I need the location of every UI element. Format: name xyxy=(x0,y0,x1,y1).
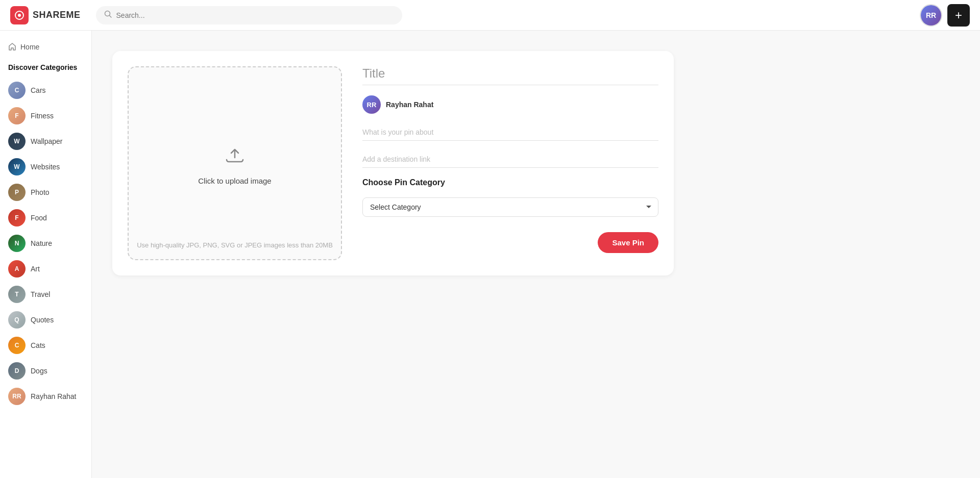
create-pin-card: Click to upload image Use high-quality J… xyxy=(112,51,674,275)
category-avatar-websites: W xyxy=(8,158,26,175)
category-avatar-nature: N xyxy=(8,235,26,252)
category-label-dogs: Dogs xyxy=(31,367,47,375)
category-label-photo: Photo xyxy=(31,188,50,196)
upload-icon xyxy=(223,141,247,170)
category-label-cats: Cats xyxy=(31,341,45,349)
category-label-travel: Travel xyxy=(31,290,50,298)
user-avatar-button[interactable]: RR xyxy=(920,4,942,27)
svg-point-1 xyxy=(18,14,21,17)
categories-list: C Cars F Fitness W Wallpaper W Websites … xyxy=(0,78,91,409)
category-label-nature: Nature xyxy=(31,239,52,247)
svg-line-3 xyxy=(109,15,111,17)
category-avatar-food: F xyxy=(8,209,26,227)
user-name: Rayhan Rahat xyxy=(386,100,433,109)
sidebar: Home Discover Categories C Cars F Fitnes… xyxy=(0,31,92,478)
category-label-art: Art xyxy=(31,265,40,273)
sidebar-item-wallpaper[interactable]: W Wallpaper xyxy=(0,129,91,154)
category-label-rayhan: Rayhan Rahat xyxy=(31,392,77,400)
save-pin-button[interactable]: Save Pin xyxy=(598,232,658,253)
category-avatar-travel: T xyxy=(8,286,26,303)
category-label-wallpaper: Wallpaper xyxy=(31,137,63,145)
category-section: Choose Pin Category xyxy=(362,178,658,187)
sidebar-item-photo[interactable]: P Photo xyxy=(0,180,91,205)
home-icon xyxy=(8,43,16,51)
category-avatar-wallpaper: W xyxy=(8,133,26,150)
search-input[interactable] xyxy=(116,11,394,19)
pin-about-input[interactable] xyxy=(362,124,658,141)
layout: Home Discover Categories C Cars F Fitnes… xyxy=(0,31,980,478)
sidebar-item-food[interactable]: F Food xyxy=(0,205,91,231)
search-bar xyxy=(96,6,402,24)
upload-label: Click to upload image xyxy=(198,177,271,185)
add-button[interactable]: + xyxy=(947,4,970,27)
avatar: RR xyxy=(921,5,941,26)
upload-hint: Use high-quality JPG, PNG, SVG or JPEG i… xyxy=(137,241,333,249)
user-avatar: RR xyxy=(362,95,381,114)
sidebar-item-quotes[interactable]: Q Quotes xyxy=(0,307,91,333)
category-avatar-fitness: F xyxy=(8,107,26,124)
home-label: Home xyxy=(20,43,39,51)
category-select[interactable]: Select CategoryCarsFitnessWallpaperWebsi… xyxy=(362,197,658,217)
sidebar-item-cars[interactable]: C Cars xyxy=(0,78,91,103)
category-avatar-quotes: Q xyxy=(8,311,26,329)
category-label-quotes: Quotes xyxy=(31,316,54,324)
logo[interactable]: SHAREME xyxy=(10,6,81,24)
category-avatar-dogs: D xyxy=(8,362,26,380)
main-content: Click to upload image Use high-quality J… xyxy=(92,31,980,478)
sidebar-home[interactable]: Home xyxy=(0,39,91,55)
header-right: RR + xyxy=(920,4,970,27)
sidebar-item-cats[interactable]: C Cats xyxy=(0,333,91,358)
category-avatar-art: A xyxy=(8,260,26,278)
category-avatar-photo: P xyxy=(8,184,26,201)
header: SHAREME RR + xyxy=(0,0,980,31)
category-avatar-cats: C xyxy=(8,337,26,354)
logo-text: SHAREME xyxy=(33,10,81,20)
sidebar-item-dogs[interactable]: D Dogs xyxy=(0,358,91,384)
categories-title: Discover Categories xyxy=(0,59,91,78)
sidebar-item-rayhan[interactable]: RR Rayhan Rahat xyxy=(0,384,91,409)
choose-category-label: Choose Pin Category xyxy=(362,178,658,187)
category-label-cars: Cars xyxy=(31,86,46,94)
sidebar-item-travel[interactable]: T Travel xyxy=(0,282,91,307)
category-label-food: Food xyxy=(31,214,47,222)
title-input[interactable] xyxy=(362,66,658,85)
sidebar-item-fitness[interactable]: F Fitness xyxy=(0,103,91,129)
category-avatar-cars: C xyxy=(8,82,26,99)
sidebar-item-nature[interactable]: N Nature xyxy=(0,231,91,256)
sidebar-item-art[interactable]: A Art xyxy=(0,256,91,282)
category-label-fitness: Fitness xyxy=(31,112,54,120)
logo-icon xyxy=(10,6,29,24)
sidebar-item-websites[interactable]: W Websites xyxy=(0,154,91,180)
destination-link-input[interactable] xyxy=(362,151,658,168)
category-avatar-rayhan: RR xyxy=(8,388,26,405)
user-row: RR Rayhan Rahat xyxy=(362,95,658,114)
category-label-websites: Websites xyxy=(31,163,60,171)
upload-area[interactable]: Click to upload image Use high-quality J… xyxy=(128,66,342,260)
search-icon xyxy=(104,10,112,20)
form-area: RR Rayhan Rahat Choose Pin Category Sele… xyxy=(362,66,658,260)
